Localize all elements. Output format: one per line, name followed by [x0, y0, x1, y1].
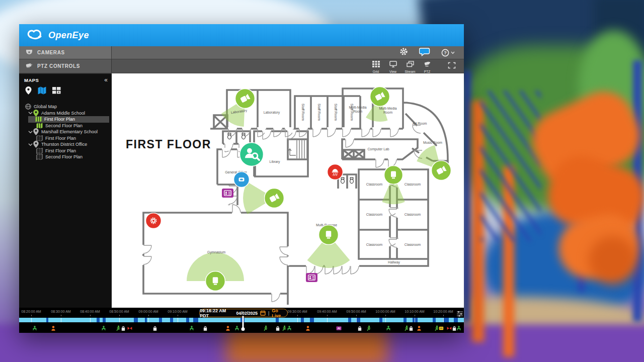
calendar-icon[interactable]	[260, 309, 266, 318]
toolbar-button-stream[interactable]: Stream	[404, 60, 417, 73]
timeline-event-motion[interactable]	[286, 324, 292, 330]
timeline-event-bag[interactable]	[202, 324, 208, 330]
collapse-panel-icon[interactable]: «	[104, 76, 108, 83]
multimedia-camera-icon[interactable]	[370, 86, 390, 109]
sidebar-section-cameras[interactable]: CAMERAS	[19, 46, 112, 59]
location-pin-tool-icon[interactable]	[25, 86, 32, 97]
view-icon	[389, 60, 397, 69]
toolbar-button-ptz[interactable]: PTZ	[421, 60, 434, 73]
timeline-playhead[interactable]	[243, 316, 244, 329]
ptz-controls-section-label: PTZ CONTROLS	[37, 63, 80, 69]
tree-item-global-map[interactable]: Global Map	[19, 104, 112, 110]
openeye-cloud-logo-icon	[26, 27, 44, 43]
classroom-corridor-camera-icon[interactable]	[384, 165, 403, 187]
timeline-event-bag[interactable]	[152, 324, 158, 330]
timeline-event-motion[interactable]	[189, 324, 195, 330]
timeline-tick-mark	[31, 315, 32, 316]
timeline-event-bag[interactable]	[120, 324, 126, 330]
timeline-event-ai[interactable]: AI	[336, 324, 342, 330]
timeline-event-motion[interactable]	[456, 324, 462, 330]
motion-event-icon	[456, 325, 462, 331]
timeline-tick-label: 09:10:00 AM	[168, 310, 187, 313]
timeline-scrubber-bar[interactable]	[19, 318, 464, 322]
tree-item-second-floor-plan[interactable]: Second Floor Plan	[19, 123, 112, 129]
current-time: 09:16:22 AM PDT	[200, 308, 233, 318]
location-pin-icon	[33, 110, 39, 117]
multipurpose-camera-icon[interactable]	[318, 225, 339, 247]
maps-sidebar: MAPS « Global MapAdams Middle SchoolFirs…	[19, 73, 112, 308]
timeline-event-run[interactable]	[366, 324, 372, 330]
object-bag-event-icon	[202, 325, 208, 331]
timeline-event-tamper[interactable]	[127, 324, 133, 330]
tree-item-marshall-elementary-school[interactable]: Marshall Elementary School	[19, 129, 112, 135]
people-search-icon[interactable]	[239, 142, 264, 168]
top-action-bar: ?	[112, 46, 464, 59]
timeline-tick-label: 09:00:00 AM	[138, 310, 158, 313]
room-label-classroom: Classroom	[405, 183, 421, 187]
chevron-down-icon[interactable]	[28, 111, 33, 115]
timeline-event-vehicle[interactable]	[438, 324, 444, 330]
timeline-tick-mark	[148, 315, 149, 316]
toolbar-button-view[interactable]: View	[386, 60, 399, 73]
timeline-settings-icon[interactable]	[457, 310, 463, 319]
toilet-fixture-icon	[228, 133, 231, 139]
timeline-event-motion[interactable]	[234, 324, 240, 330]
chat-icon[interactable]	[419, 47, 430, 58]
help-icon[interactable]: ?	[441, 49, 455, 57]
tree-item-thurston-district-office[interactable]: Thurston District Office	[19, 141, 112, 148]
room-label-classroom: Classroom	[366, 213, 382, 217]
tree-item-label: First Floor Plan	[45, 136, 76, 141]
tree-item-first-floor-plan[interactable]: First Floor Plan	[19, 148, 112, 154]
fullscreen-icon[interactable]	[448, 62, 456, 71]
timeline-event-bag[interactable]	[408, 324, 414, 330]
access-reader-office-icon[interactable]	[222, 189, 233, 200]
timeline-event-person[interactable]	[305, 324, 311, 330]
timeline-event-bag[interactable]	[275, 324, 281, 330]
timeline-event-run[interactable]	[263, 324, 269, 330]
room-label-staff-room: Staff Room	[317, 104, 321, 121]
timeline-event-motion[interactable]	[101, 324, 107, 330]
map-view-tool-icon[interactable]	[38, 86, 46, 97]
hallway-camera-icon[interactable]	[264, 188, 284, 210]
floor-plan-walls	[112, 73, 464, 308]
smoke-detector-icon[interactable]	[327, 164, 343, 182]
tree-item-first-floor-plan[interactable]: First Floor Plan	[28, 116, 109, 123]
timeline-event-person[interactable]	[416, 324, 422, 330]
timeline-event-motion[interactable]	[385, 324, 391, 330]
floor-plan-map-icon	[36, 135, 43, 141]
ptz-camera-icon	[25, 62, 33, 71]
timeline-tick-mark	[356, 315, 357, 316]
sidebar-section-ptz-controls[interactable]: PTZ CONTROLS	[19, 59, 112, 73]
room-label-hallway: Hallway	[388, 260, 400, 264]
tree-item-adams-middle-school[interactable]: Adams Middle School	[19, 110, 112, 117]
room-label-staff-room: Staff Room	[301, 104, 305, 121]
music-hall-camera-icon[interactable]	[431, 160, 451, 183]
access-reader-hallway-icon[interactable]	[306, 273, 317, 284]
gym-alarm-icon[interactable]	[145, 213, 162, 231]
settings-gear-icon[interactable]	[399, 47, 408, 58]
timeline-event-motion[interactable]	[32, 324, 38, 330]
motion-event-icon	[32, 325, 38, 331]
gymnasium-camera-icon[interactable]	[205, 271, 225, 293]
timeline-tick-mark	[90, 315, 91, 316]
room-label-classroom: Classroom	[366, 243, 382, 247]
chevron-down-icon[interactable]	[28, 130, 33, 134]
laboratory-camera-icon[interactable]	[235, 88, 255, 111]
tree-item-second-floor-plan[interactable]: Second Floor Plan	[19, 154, 112, 160]
office-camera-icon[interactable]	[233, 171, 250, 190]
camera-grid-tool-icon[interactable]	[52, 87, 61, 96]
toolbar-button-grid[interactable]: Grid	[369, 60, 382, 73]
go-live-button[interactable]: Go Live	[272, 308, 287, 318]
chevron-down-icon[interactable]	[28, 143, 33, 146]
timeline-event-person[interactable]	[225, 324, 231, 330]
timeline-event-bag[interactable]	[357, 324, 363, 330]
room-label-multi-media-room: Multi-Media Room	[345, 106, 371, 114]
room-label-library: Library	[270, 160, 280, 164]
ai-analytics-event-icon: AI	[336, 325, 342, 331]
timeline-event-person[interactable]	[50, 324, 56, 330]
tree-item-first-floor-plan[interactable]: First Floor Plan	[19, 135, 112, 142]
person-running-event-icon	[366, 325, 372, 331]
object-bag-event-icon	[408, 325, 414, 331]
floor-plan-map-icon	[35, 116, 42, 122]
pill-divider: |	[268, 311, 269, 316]
